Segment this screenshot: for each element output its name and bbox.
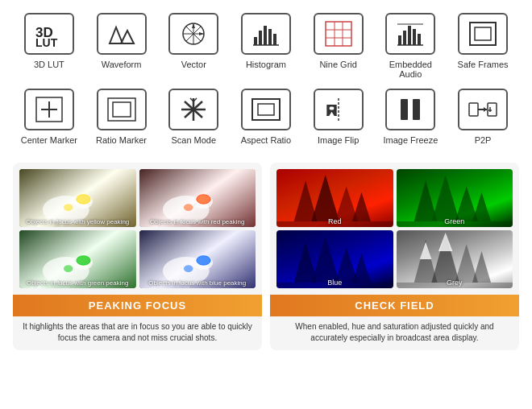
peaking-description: It highlights the areas that are in focu… [13, 316, 262, 350]
svg-marker-9 [192, 23, 195, 28]
svg-rect-15 [273, 34, 276, 45]
peaking-blue-image: Objects in focus with blue peaking [139, 230, 256, 288]
svg-marker-60 [484, 107, 487, 112]
icon-nine-grid[interactable]: Nine Grid [306, 10, 371, 82]
svg-marker-10 [199, 32, 204, 35]
svg-point-75 [196, 195, 210, 204]
peaking-focus-card: Objects in focus with yellow peaking [13, 163, 262, 350]
checkfield-red-label: Red [276, 217, 393, 225]
peaking-red-label: Objects in focus with red peaking [139, 218, 256, 225]
svg-rect-29 [470, 23, 496, 45]
icon-p2p-label: P2P [475, 135, 492, 145]
checkfield-description: When enabled, hue and saturation adjuste… [270, 316, 519, 350]
svg-rect-23 [403, 31, 406, 45]
icon-row-1: 3D LUT 3D LUT Waveform [13, 10, 519, 82]
svg-point-90 [183, 265, 193, 272]
svg-point-76 [183, 204, 193, 211]
svg-point-69 [64, 204, 73, 211]
icon-scan-mode-label: Scan Mode [171, 135, 216, 145]
icon-aspect-ratio-label: Aspect Ratio [241, 135, 291, 145]
checkfield-green-image: Green [397, 169, 513, 227]
checkfield-blue-image: Blue [276, 230, 393, 288]
svg-marker-92 [311, 175, 339, 221]
svg-rect-57 [469, 103, 478, 116]
icon-ratio-marker-label: Ratio Marker [96, 135, 147, 145]
icon-aspect-ratio[interactable]: Aspect Ratio [234, 85, 298, 148]
check-field-card: Red Green [270, 163, 519, 350]
icon-waveform[interactable]: Waveform [89, 10, 154, 82]
svg-marker-3 [121, 31, 134, 43]
svg-text:LUT: LUT [35, 36, 58, 48]
svg-marker-102 [311, 236, 339, 283]
svg-marker-111 [419, 242, 430, 259]
checkfield-image-grid: Red Green [270, 163, 519, 295]
svg-text:R: R [326, 101, 338, 119]
icon-ratio-marker[interactable]: Ratio Marker [89, 85, 154, 148]
svg-point-82 [77, 256, 90, 266]
icon-embedded-audio[interactable]: Embedded Audio [378, 10, 443, 82]
checkfield-grey-label: Grey [397, 279, 513, 287]
svg-rect-26 [418, 34, 421, 45]
svg-rect-25 [413, 29, 416, 45]
peaking-image-grid: Objects in focus with yellow peaking [13, 163, 262, 295]
icon-scan-mode[interactable]: Scan Mode [161, 85, 226, 148]
peaking-title: PEAKING FOCUS [89, 300, 186, 312]
checkfield-grey-image: Grey [397, 230, 513, 288]
icon-row-2: Center Marker Ratio Marker [13, 85, 519, 148]
peaking-green-label: Objects in focus with green peaking [19, 279, 136, 287]
icon-3dlut-label: 3D LUT [34, 60, 64, 69]
svg-rect-43 [113, 102, 131, 117]
svg-rect-14 [268, 29, 272, 45]
svg-rect-17 [326, 22, 351, 46]
icon-center-marker-label: Center Marker [21, 135, 77, 145]
svg-rect-55 [401, 99, 408, 120]
svg-rect-51 [258, 104, 274, 115]
checkfield-green-label: Green [397, 217, 513, 225]
svg-rect-11 [254, 37, 257, 45]
peaking-blue-label: Objects in focus with blue peaking [139, 279, 256, 287]
icon-vector-label: Vector [181, 60, 206, 69]
icon-image-freeze[interactable]: Image Freeze [378, 85, 443, 148]
icon-nine-grid-label: Nine Grid [319, 60, 356, 69]
svg-point-89 [196, 256, 210, 266]
icon-center-marker[interactable]: Center Marker [17, 85, 81, 148]
checkfield-title: CHECK FIELD [355, 300, 434, 312]
icon-embedded-audio-label: Embedded Audio [380, 60, 441, 79]
svg-rect-42 [108, 98, 135, 121]
icon-vector[interactable]: Vector [161, 10, 226, 82]
icon-histogram[interactable]: Histogram [234, 10, 298, 82]
svg-rect-13 [264, 26, 267, 45]
icon-safe-frames[interactable]: Safe Frames [451, 10, 515, 82]
icon-waveform-label: Waveform [102, 60, 142, 69]
svg-point-68 [77, 195, 90, 204]
icon-3dlut[interactable]: 3D LUT 3D LUT [17, 10, 81, 82]
feature-cards-section: Objects in focus with yellow peaking [0, 155, 532, 357]
feature-icons-section: 3D LUT 3D LUT Waveform [0, 0, 532, 155]
peaking-yellow-label: Objects in focus with yellow peaking [19, 218, 136, 225]
svg-rect-12 [259, 31, 262, 45]
peaking-title-bar: PEAKING FOCUS [13, 295, 262, 316]
icon-p2p[interactable]: P2P [451, 85, 515, 148]
icon-histogram-label: Histogram [246, 60, 286, 69]
svg-rect-50 [252, 99, 280, 120]
icon-image-flip[interactable]: R R Image Flip [306, 85, 371, 148]
svg-point-83 [64, 265, 73, 272]
svg-marker-97 [431, 175, 459, 221]
checkfield-title-bar: CHECK FIELD [270, 295, 519, 316]
svg-rect-58 [488, 103, 497, 116]
peaking-red-image: Objects in focus with red peaking [139, 169, 256, 227]
svg-marker-2 [110, 27, 123, 43]
svg-marker-112 [438, 233, 452, 251]
svg-rect-22 [398, 35, 401, 45]
svg-rect-38 [475, 27, 491, 40]
svg-rect-56 [413, 99, 420, 120]
svg-rect-24 [408, 26, 411, 45]
peaking-green-image: Objects in focus with green peaking [19, 230, 136, 288]
icon-image-flip-label: Image Flip [318, 135, 359, 145]
checkfield-red-image: Red [276, 169, 393, 227]
icon-safe-frames-label: Safe Frames [458, 60, 509, 69]
icon-image-freeze-label: Image Freeze [383, 135, 438, 145]
checkfield-blue-label: Blue [276, 279, 393, 287]
peaking-yellow-image: Objects in focus with yellow peaking [19, 169, 136, 227]
